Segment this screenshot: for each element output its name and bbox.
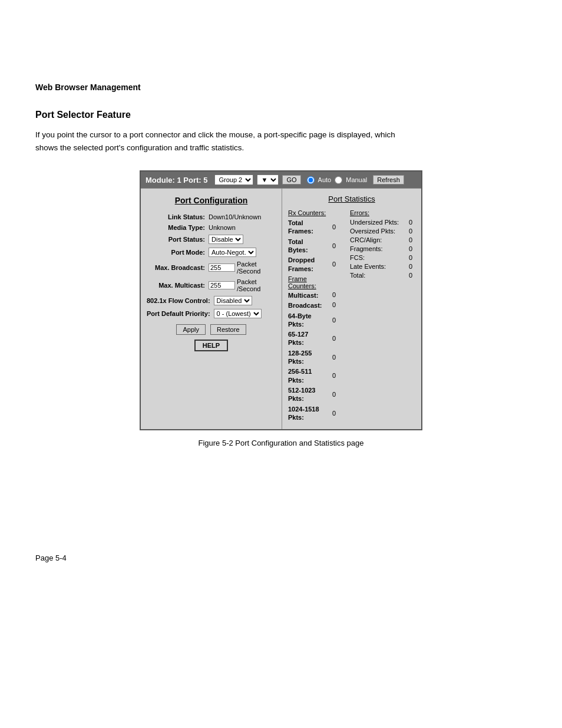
total-frames-value: 0: [332, 219, 342, 230]
64byte-row: 64-BytePkts: 0: [288, 312, 350, 329]
dropped-frames-row: DroppedFrames: 0: [288, 256, 350, 273]
flow-control-label: 802.1x Flow Control:: [147, 297, 214, 304]
go-button[interactable]: GO: [282, 175, 300, 185]
64byte-label: 64-BytePkts:: [288, 312, 332, 329]
group-select[interactable]: Group 2: [214, 174, 253, 185]
restore-button[interactable]: Restore: [210, 324, 246, 335]
broadcast-row: Broadcast: 0: [288, 301, 350, 309]
port-priority-label: Port Default Priority:: [147, 310, 214, 317]
stats-columns: Rx Counters: TotalFrames: 0 TotalBytes: …: [288, 209, 415, 423]
fragments-value: 0: [409, 245, 412, 252]
512-1023-row: 512-1023Pkts: 0: [288, 386, 350, 403]
dropped-frames-value: 0: [332, 256, 342, 268]
fcs-label: FCS:: [350, 254, 409, 261]
fragments-label: Fragments:: [350, 245, 409, 252]
max-broadcast-unit: Packet /Second: [237, 261, 276, 275]
rx-counters-header: Rx Counters:: [288, 209, 350, 216]
link-status-value: Down10/Unknown: [209, 213, 261, 220]
port-mode-select[interactable]: Auto-Negot.: [209, 248, 256, 257]
undersized-label: Undersized Pkts:: [350, 219, 409, 226]
256-511-value: 0: [332, 367, 342, 379]
undersized-row: Undersized Pkts: 0: [350, 219, 415, 226]
128-255-value: 0: [332, 349, 342, 361]
media-type-value: Unknown: [209, 224, 236, 231]
max-multicast-label: Max. Multicast:: [147, 282, 209, 289]
link-status-label: Link Status:: [147, 213, 209, 220]
stats-col-left: Rx Counters: TotalFrames: 0 TotalBytes: …: [288, 209, 350, 423]
port-status-select[interactable]: Disable: [209, 235, 243, 244]
config-buttons: Apply Restore: [147, 324, 276, 335]
multicast-label: Multicast:: [288, 291, 332, 299]
late-events-row: Late Events: 0: [350, 263, 415, 270]
flow-control-select[interactable]: Disabled: [214, 296, 252, 305]
65-127-row: 65-127Pkts: 0: [288, 330, 350, 347]
port-status-label: Port Status:: [147, 236, 209, 243]
1024-1518-label: 1024-1518Pkts:: [288, 405, 332, 422]
apply-button[interactable]: Apply: [176, 324, 206, 335]
max-broadcast-label: Max. Broadcast:: [147, 264, 209, 271]
help-button[interactable]: HELP: [194, 340, 228, 351]
manual-radio[interactable]: [335, 176, 342, 184]
total-errors-value: 0: [409, 272, 412, 279]
max-multicast-unit: Packet /Second: [237, 278, 276, 292]
auto-radio[interactable]: [307, 176, 315, 184]
1024-1518-value: 0: [332, 405, 342, 417]
section-title: Port Selector Feature: [35, 110, 527, 120]
max-broadcast-row: Max. Broadcast: Packet /Second: [147, 261, 276, 275]
max-broadcast-input[interactable]: [209, 263, 235, 272]
media-type-label: Media Type:: [147, 224, 209, 231]
media-type-row: Media Type: Unknown: [147, 224, 276, 231]
undersized-value: 0: [409, 219, 412, 226]
broadcast-label: Broadcast:: [288, 301, 332, 309]
section-description: If you point the cursor to a port connec…: [35, 129, 401, 154]
top-bar: Module: 1 Port: 5 Group 2 ▼ GO Auto Manu…: [141, 172, 421, 188]
late-events-value: 0: [409, 263, 412, 270]
total-bytes-label: TotalBytes:: [288, 238, 332, 255]
page-header: Web Browser Management: [35, 83, 527, 92]
manual-label: Manual: [346, 176, 367, 183]
oversized-value: 0: [409, 228, 412, 235]
fcs-row: FCS: 0: [350, 254, 415, 261]
512-1023-value: 0: [332, 386, 342, 398]
port-mode-row: Port Mode: Auto-Negot.: [147, 248, 276, 257]
dropped-frames-label: DroppedFrames:: [288, 256, 332, 273]
crc-align-row: CRC/Align: 0: [350, 236, 415, 243]
1024-1518-row: 1024-1518Pkts: 0: [288, 405, 350, 422]
port-priority-select[interactable]: 0 - (Lowest): [214, 309, 262, 318]
total-errors-row: Total: 0: [350, 272, 415, 279]
figure-caption: Figure 5-2 Port Configuration and Statis…: [35, 439, 527, 447]
256-511-label: 256-511Pkts:: [288, 367, 332, 384]
port-stats-panel: Port Statistics Rx Counters: TotalFrames…: [282, 189, 421, 429]
max-multicast-row: Max. Multicast: Packet /Second: [147, 278, 276, 292]
help-button-container: HELP: [147, 340, 276, 351]
refresh-button[interactable]: Refresh: [373, 175, 404, 185]
total-errors-label: Total:: [350, 272, 409, 279]
oversized-row: Oversized Pkts: 0: [350, 228, 415, 235]
link-status-row: Link Status: Down10/Unknown: [147, 213, 276, 220]
oversized-label: Oversized Pkts:: [350, 228, 409, 235]
crc-align-label: CRC/Align:: [350, 236, 409, 243]
port-stats-title: Port Statistics: [288, 195, 415, 203]
flow-control-row: 802.1x Flow Control: Disabled: [147, 296, 276, 305]
page-number: Page 5-4: [35, 554, 527, 562]
main-content: Port Configuration Link Status: Down10/U…: [141, 188, 421, 429]
radio-group: Auto Manual: [307, 176, 368, 184]
128-255-row: 128-255Pkts: 0: [288, 349, 350, 366]
module-port-label: Module: 1 Port: 5: [146, 176, 207, 185]
65-127-label: 65-127Pkts:: [288, 330, 332, 347]
multicast-value: 0: [332, 291, 342, 298]
total-bytes-row: TotalBytes: 0: [288, 238, 350, 255]
512-1023-label: 512-1023Pkts:: [288, 386, 332, 403]
errors-header: Errors:: [350, 209, 415, 216]
crc-align-value: 0: [409, 236, 412, 243]
late-events-label: Late Events:: [350, 263, 409, 270]
secondary-select[interactable]: ▼: [257, 174, 279, 185]
screenshot-box: Module: 1 Port: 5 Group 2 ▼ GO Auto Manu…: [140, 170, 422, 430]
max-multicast-input[interactable]: [209, 281, 235, 289]
port-mode-label: Port Mode:: [147, 249, 209, 256]
fcs-value: 0: [409, 254, 412, 261]
total-bytes-value: 0: [332, 238, 342, 249]
fragments-row: Fragments: 0: [350, 245, 415, 252]
128-255-label: 128-255Pkts:: [288, 349, 332, 366]
64byte-value: 0: [332, 312, 342, 324]
